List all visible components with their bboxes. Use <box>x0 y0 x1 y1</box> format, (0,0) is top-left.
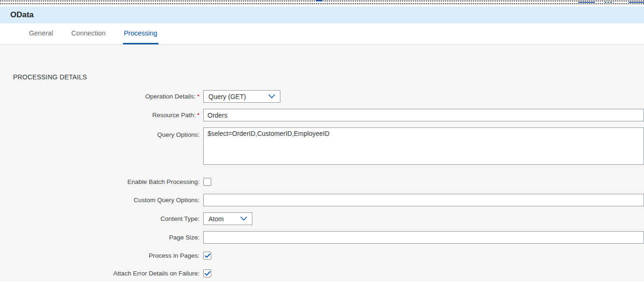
chevron-down-icon <box>240 217 247 221</box>
selected-connector-fragment <box>316 0 322 1</box>
field-label-operation-details: Operation Details:* <box>0 93 200 100</box>
field-control: Atom <box>203 212 644 225</box>
field-control <box>203 252 644 260</box>
field-control: $select=OrderID,CustomerID,EmployeeID <box>203 127 644 165</box>
enable-batch-processing-checkbox[interactable] <box>203 178 211 186</box>
form-row-page-size: Page Size: <box>0 231 644 244</box>
field-label-enable-batch-processing: Enable Batch Processing: <box>0 178 200 185</box>
flow-canvas-strip[interactable] <box>0 0 644 5</box>
form-row-resource-path: Resource Path:* <box>0 109 644 121</box>
section-title: PROCESSING DETAILS <box>13 73 644 81</box>
query-options-textarea[interactable]: $select=OrderID,CustomerID,EmployeeID <box>203 127 644 165</box>
form-row-query-options: Query Options:$select=OrderID,CustomerID… <box>0 127 644 165</box>
field-control <box>203 194 644 206</box>
tab-general[interactable]: General <box>28 23 54 44</box>
panel-header: OData <box>0 7 644 23</box>
form-row-custom-query-options: Custom Query Options: <box>0 194 644 206</box>
selected-connector-fragment <box>605 2 614 3</box>
field-label-query-options: Query Options: <box>0 127 200 138</box>
form-row-process-in-pages: Process in Pages: <box>0 250 644 261</box>
field-control <box>203 178 644 186</box>
form-row-operation-details: Operation Details:*Query (GET) <box>0 90 644 103</box>
content-type-select[interactable]: Atom <box>203 212 252 225</box>
form-row-enable-batch-processing: Enable Batch Processing: <box>0 176 644 188</box>
form-row-attach-error-details-on-failure: Attach Error Details on Failure: <box>0 268 644 279</box>
field-label-content-type: Content Type: <box>0 215 200 222</box>
select-value: Query (GET) <box>208 93 246 100</box>
field-control: Query (GET) <box>203 90 644 103</box>
select-value: Atom <box>208 215 224 223</box>
tab-connection[interactable]: Connection <box>71 23 107 44</box>
field-label-process-in-pages: Process in Pages: <box>0 252 200 259</box>
process-in-pages-checkbox[interactable] <box>203 252 211 260</box>
selected-connector-fragment <box>629 2 644 3</box>
processing-form: PROCESSING DETAILS Operation Details:*Qu… <box>0 45 644 282</box>
field-label-custom-query-options: Custom Query Options: <box>0 197 200 204</box>
form-row-content-type: Content Type:Atom <box>0 212 644 225</box>
required-marker: * <box>197 112 200 119</box>
custom-query-options-input[interactable] <box>203 194 644 206</box>
field-control <box>203 109 644 121</box>
operation-details-select[interactable]: Query (GET) <box>203 90 280 103</box>
page-size-input[interactable] <box>203 231 644 244</box>
attach-error-details-on-failure-checkbox[interactable] <box>203 269 211 277</box>
field-label-resource-path: Resource Path:* <box>0 112 200 119</box>
form-rows: Operation Details:*Query (GET)Resource P… <box>0 90 644 279</box>
field-label-page-size: Page Size: <box>0 234 200 241</box>
field-control <box>203 231 644 244</box>
selected-connector-fragment <box>578 2 595 3</box>
resource-path-input[interactable] <box>203 109 644 121</box>
checkmark-icon <box>205 271 210 276</box>
panel-title: OData <box>10 10 34 20</box>
tab-bar: General Connection Processing <box>0 23 644 45</box>
field-label-attach-error-details-on-failure: Attach Error Details on Failure: <box>0 270 200 277</box>
chevron-down-icon <box>268 94 275 99</box>
tab-processing[interactable]: Processing <box>123 23 158 44</box>
required-marker: * <box>197 93 200 100</box>
field-control <box>203 269 644 277</box>
canvas-dotted-line <box>0 3 644 4</box>
checkmark-icon <box>205 254 210 258</box>
